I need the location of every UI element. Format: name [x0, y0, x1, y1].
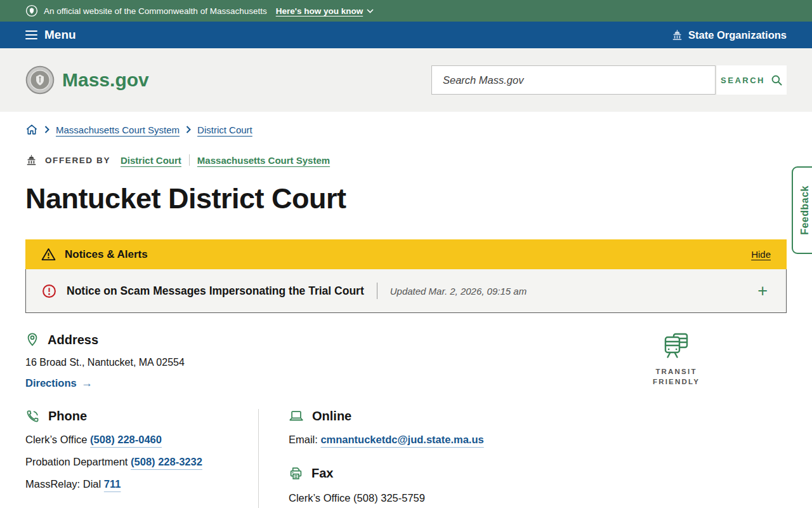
offered-by-label: OFFERED BY	[45, 156, 110, 165]
massgov-logo-text: Mass.gov	[62, 69, 149, 91]
notice-updated-timestamp: Updated Mar. 2, 2026, 09:15 am	[390, 286, 527, 297]
capitol-icon	[671, 29, 683, 41]
fax-number: (508) 325-5759	[353, 492, 425, 504]
phone-link-probation[interactable]: (508) 228-3232	[131, 456, 202, 467]
search-input[interactable]	[431, 65, 716, 95]
notice-title: Notice on Scam Messages Impersonating th…	[67, 284, 364, 298]
notices-alerts-title: Notices & Alerts	[65, 248, 148, 261]
phone-row-massrelay: MassRelay: Dial 711	[25, 478, 258, 490]
phone-row-probation: Probation Department (508) 228-3232	[25, 456, 258, 468]
phone-link-clerks-office[interactable]: (508) 228-0460	[90, 434, 162, 445]
official-text: An official website of the Commonwealth …	[44, 6, 267, 16]
phone-icon	[25, 409, 40, 424]
massgov-logo[interactable]: Mass.gov	[25, 65, 149, 95]
divider	[189, 154, 190, 166]
phone-row-clerks-office: Clerk’s Office (508) 228-0460	[25, 434, 258, 446]
address-line: 16 Broad St., Nantucket, MA 02554	[25, 357, 185, 368]
directions-link[interactable]: Directions →	[25, 377, 93, 390]
official-banner: An official website of the Commonwealth …	[0, 0, 812, 22]
transit-label-line2: FRIENDLY	[639, 377, 713, 387]
notice-item[interactable]: Notice on Scam Messages Impersonating th…	[25, 269, 787, 313]
divider	[377, 283, 377, 299]
fax-row: Clerk’s Office (508) 325-5759	[289, 492, 484, 504]
chevron-down-icon	[367, 9, 374, 13]
site-header: Mass.gov SEARCH	[0, 48, 812, 112]
feedback-label: Feedback	[797, 185, 811, 235]
phone-link-massrelay[interactable]: 711	[104, 478, 121, 490]
fax-heading: Fax	[311, 466, 333, 481]
map-pin-icon	[25, 332, 39, 347]
offered-by-row: OFFERED BY District Court Massachusetts …	[25, 154, 787, 166]
email-row: Email: cmnantucketdc@jud.state.ma.us	[289, 434, 484, 446]
laptop-icon	[289, 410, 304, 423]
breadcrumb-district-court[interactable]: District Court	[197, 124, 252, 135]
home-icon[interactable]	[25, 124, 38, 135]
transit-bus-icon	[661, 332, 691, 360]
menu-button[interactable]: Menu	[25, 28, 76, 42]
phone-row-label: MassRelay: Dial	[25, 478, 101, 490]
hamburger-icon	[25, 30, 37, 40]
email-label: Email:	[289, 434, 318, 445]
breadcrumb: Massachusetts Court System District Cour…	[25, 124, 787, 135]
hide-notices-link[interactable]: Hide	[751, 249, 771, 260]
search-button-label: SEARCH	[721, 76, 765, 85]
transit-friendly-badge: TRANSIT FRIENDLY	[639, 332, 713, 390]
capitol-icon	[25, 154, 37, 166]
phone-section: Phone Clerk’s Office (508) 228-0460 Prob…	[25, 409, 259, 508]
chevron-right-icon	[186, 126, 191, 133]
state-organizations-button[interactable]: State Organizations	[671, 29, 787, 41]
expand-plus-icon[interactable]: +	[757, 283, 770, 300]
page-title: Nantucket District Court	[25, 182, 787, 215]
feedback-tab[interactable]: Feedback	[792, 166, 812, 254]
online-fax-section: Online Email: cmnantucketdc@jud.state.ma…	[259, 409, 484, 508]
search-button[interactable]: SEARCH	[717, 65, 787, 95]
transit-label-line1: TRANSIT	[639, 367, 713, 377]
alert-circle-icon	[42, 284, 56, 298]
address-heading: Address	[48, 333, 98, 347]
menu-label: Menu	[44, 28, 76, 42]
chevron-right-icon	[44, 126, 49, 133]
notices-alerts-panel: Notices & Alerts Hide Notice on Scam Mes…	[25, 239, 787, 313]
warning-triangle-icon	[41, 248, 56, 261]
breadcrumb-court-system[interactable]: Massachusetts Court System	[56, 124, 180, 135]
fax-row-label: Clerk’s Office	[289, 492, 351, 504]
directions-label: Directions	[25, 377, 77, 389]
phone-row-label: Clerk’s Office	[25, 434, 88, 445]
state-seal-icon	[25, 4, 38, 17]
arrow-right-icon: →	[81, 377, 93, 390]
state-organizations-label: State Organizations	[688, 29, 787, 41]
address-row: Address 16 Broad St., Nantucket, MA 0255…	[25, 332, 787, 390]
offered-by-district-court[interactable]: District Court	[121, 155, 181, 166]
heres-how-you-know-label: Here's how you know	[276, 6, 363, 16]
main-menubar: Menu State Organizations	[0, 22, 812, 48]
address-section: Address 16 Broad St., Nantucket, MA 0255…	[25, 332, 185, 390]
phone-heading: Phone	[48, 409, 87, 424]
email-link[interactable]: cmnantucketdc@jud.state.ma.us	[320, 434, 483, 445]
search-form: SEARCH	[431, 65, 787, 95]
heres-how-you-know-button[interactable]: Here's how you know	[276, 6, 374, 16]
online-heading: Online	[312, 409, 351, 424]
search-icon	[771, 74, 783, 86]
massgov-seal-icon	[25, 65, 55, 95]
fax-icon	[289, 466, 303, 481]
phone-row-label: Probation Department	[25, 456, 128, 467]
contact-grid: Phone Clerk’s Office (508) 228-0460 Prob…	[25, 409, 787, 508]
offered-by-court-system[interactable]: Massachusetts Court System	[197, 155, 330, 166]
notices-alerts-header: Notices & Alerts Hide	[25, 239, 787, 269]
